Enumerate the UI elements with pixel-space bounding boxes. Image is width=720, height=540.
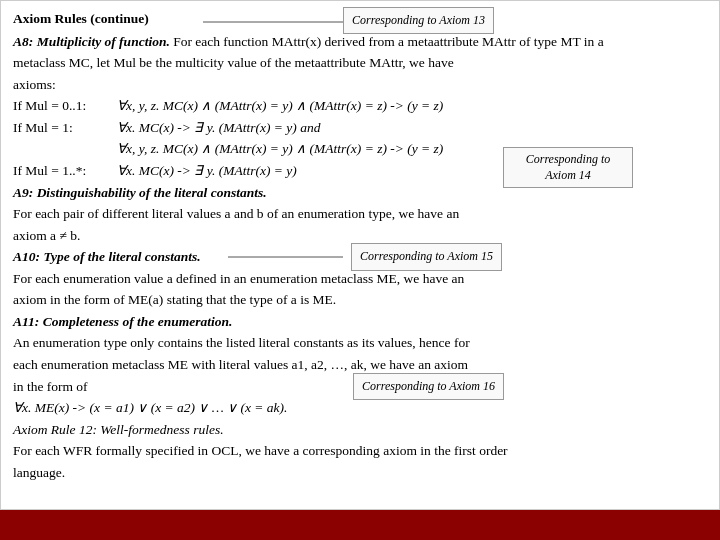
a10-heading: A10: Type of the literal constants.: [13, 247, 201, 267]
a9-line1: For each pair of different literal value…: [13, 204, 707, 224]
axiom-rule12-line2: language.: [13, 463, 707, 483]
content: Axiom Rules (continue) Corresponding to …: [13, 9, 707, 482]
a11-formula: ∀x. ME(x) -> (x = a1) ∨ (x = a2) ∨ … ∨ (…: [13, 400, 287, 415]
mul01-line: If Mul = 0..1: ∀x, y, z. MC(x) ∧ (MAttr(…: [13, 96, 707, 116]
axiom-rule12-line1: For each WFR formally specified in OCL, …: [13, 441, 707, 461]
a8-line2: metaclass MC, let Mul be the multicity v…: [13, 53, 707, 73]
mulstar-label: If Mul = 1..*:: [13, 161, 113, 181]
a8-line3: axioms:: [13, 75, 707, 95]
title-main: Axiom Rules (continue): [13, 9, 149, 29]
callout-axiom14: Corresponding to Axiom 14: [503, 147, 633, 188]
callout-axiom16: Corresponding to Axiom 16: [353, 373, 504, 400]
a8-line1: For each function MAttr(x) derived from …: [173, 34, 604, 49]
a9-line2-text: axiom a ≠ b.: [13, 228, 80, 243]
a11-line1: An enumeration type only contains the li…: [13, 333, 707, 353]
mul1-line: If Mul = 1: ∀x. MC(x) -> ∃ y. (MAttr(x) …: [13, 118, 707, 138]
a9-heading: A9: Distinguishability of the literal co…: [13, 185, 267, 200]
a10-line2: axiom in the form of ME(a) stating that …: [13, 290, 707, 310]
arrow-axiom13: [203, 17, 348, 29]
bottom-bar: [0, 510, 720, 540]
a10-heading-line: A10: Type of the literal constants. Corr…: [13, 247, 707, 267]
mul1-formula: ∀x. MC(x) -> ∃ y. (MAttr(x) = y) and: [117, 118, 320, 138]
mulstar-formula: ∀x. MC(x) -> ∃ y. (MAttr(x) = y): [117, 161, 297, 181]
mul01-formula: ∀x, y, z. MC(x) ∧ (MAttr(x) = y) ∧ (MAtt…: [117, 96, 443, 116]
a11-formula-line: ∀x. ME(x) -> (x = a1) ∨ (x = a2) ∨ … ∨ (…: [13, 398, 707, 418]
a8-para: A8: Multiplicity of function. For each f…: [13, 32, 707, 52]
a11-heading: A11: Completeness of the enumeration.: [13, 314, 232, 329]
arrow-axiom15: [228, 253, 348, 263]
axiom-rule12-text: Axiom Rule 12: Well-formedness rules.: [13, 422, 224, 437]
mulstar-line: If Mul = 1..*: ∀x. MC(x) -> ∃ y. (MAttr(…: [13, 161, 707, 181]
callout-axiom13: Corresponding to Axiom 13: [343, 7, 494, 34]
main-container: Axiom Rules (continue) Corresponding to …: [0, 0, 720, 510]
mul01-label: If Mul = 0..1:: [13, 96, 113, 116]
a10-line1: For each enumeration value a defined in …: [13, 269, 707, 289]
callout-axiom15: Corresponding to Axiom 15: [351, 243, 502, 270]
a11-line3: in the form of Corresponding to Axiom 16: [13, 377, 707, 397]
a11-line3-text: in the form of: [13, 379, 88, 394]
a8-heading: A8: Multiplicity of function.: [13, 34, 170, 49]
mul1-label: If Mul = 1:: [13, 118, 113, 138]
axiom-rule12-heading: Axiom Rule 12: Well-formedness rules.: [13, 420, 707, 440]
a11-heading-line: A11: Completeness of the enumeration.: [13, 312, 707, 332]
mul1-formula2-text: ∀x, y, z. MC(x) ∧ (MAttr(x) = y) ∧ (MAtt…: [117, 141, 443, 156]
